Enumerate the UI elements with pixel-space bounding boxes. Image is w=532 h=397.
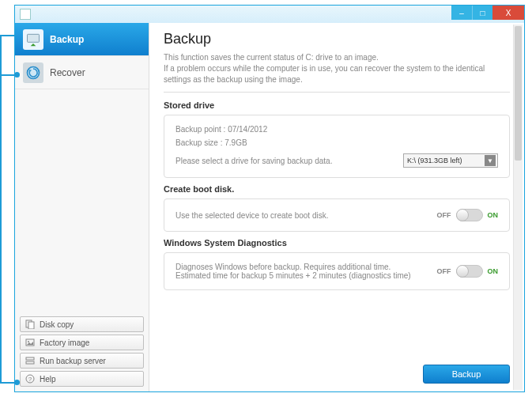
scrollbar-thumb[interactable]: [515, 26, 522, 161]
boot-disk-heading: Create boot disk.: [164, 184, 510, 194]
side-btn-label: Factory image: [40, 338, 89, 347]
help-icon: ?: [25, 374, 35, 384]
backup-button[interactable]: Backup: [423, 365, 510, 384]
drive-select[interactable]: K:\ (931.3GB left) ▼: [403, 153, 498, 168]
svg-rect-7: [26, 361, 34, 364]
page-description: This function saves the current status o…: [164, 52, 510, 93]
svg-point-5: [28, 341, 29, 342]
scrollbar[interactable]: [513, 25, 523, 390]
app-icon: [20, 9, 31, 20]
side-btn-label: Help: [40, 375, 56, 384]
callout-line: [0, 35, 16, 36]
toggle-on-label: ON: [488, 211, 499, 219]
server-icon: [25, 356, 35, 365]
disk-copy-button[interactable]: Disk copy: [20, 316, 144, 332]
close-button[interactable]: X: [492, 6, 524, 20]
minimize-button[interactable]: –: [451, 6, 472, 20]
titlebar: – □ X: [15, 6, 524, 23]
diagnostics-line: Estimated time for backup 5 minutes + 2 …: [175, 271, 411, 280]
callout-line: [0, 35, 2, 383]
diagnostics-heading: Windows System Diagnostics: [164, 238, 510, 248]
toggle-off-label: OFF: [437, 267, 451, 275]
sidebar-bottom-buttons: Disk copy Factory image Run backup serve…: [20, 316, 144, 387]
factory-image-button[interactable]: Factory image: [20, 335, 144, 350]
desc-line: If a problem occurs while the computer i…: [164, 64, 485, 84]
chevron-down-icon: ▼: [485, 155, 496, 166]
sidebar-item-backup[interactable]: Backup: [15, 23, 149, 56]
factory-image-icon: [25, 338, 35, 347]
drive-select-prompt: Please select a drive for saving backup …: [175, 157, 332, 165]
boot-disk-panel: Use the selected device to create boot d…: [164, 198, 510, 232]
toggle-knob: [456, 265, 469, 278]
disk-copy-icon: [25, 319, 35, 329]
desc-line: This function saves the current status o…: [164, 53, 379, 62]
side-btn-label: Disk copy: [40, 320, 74, 329]
run-backup-server-button[interactable]: Run backup server: [20, 353, 144, 369]
backup-point-value: Backup point : 07/14/2012: [175, 125, 498, 134]
diagnostics-toggle[interactable]: [456, 265, 483, 278]
toggle-on-label: ON: [488, 267, 499, 275]
svg-rect-3: [28, 322, 34, 329]
help-button[interactable]: ? Help: [20, 371, 144, 387]
sidebar: Backup Recover Disk copy: [15, 23, 149, 391]
toggle-knob: [456, 209, 469, 221]
boot-disk-text: Use the selected device to create boot d…: [175, 211, 328, 220]
sidebar-item-label: Recover: [50, 67, 85, 78]
side-btn-label: Run backup server: [40, 357, 106, 365]
callout-line: [0, 382, 16, 384]
backup-icon: [23, 29, 43, 50]
maximize-button[interactable]: □: [472, 6, 492, 20]
recover-icon: [23, 62, 43, 83]
main-panel: Backup This function saves the current s…: [149, 23, 524, 391]
stored-drive-panel: Backup point : 07/14/2012 Backup size : …: [164, 115, 510, 178]
svg-rect-0: [28, 34, 40, 42]
svg-text:?: ?: [28, 376, 32, 383]
callout-line: [0, 74, 16, 76]
stored-drive-heading: Stored drive: [164, 100, 510, 110]
sidebar-item-label: Backup: [50, 34, 84, 45]
backup-size-value: Backup size : 7.9GB: [175, 138, 498, 147]
window-controls: – □ X: [451, 6, 524, 20]
drive-select-value: K:\ (931.3GB left): [407, 157, 462, 164]
diagnostics-line: Diagnoses Windows before backup. Require…: [175, 263, 411, 271]
toggle-off-label: OFF: [437, 211, 451, 219]
boot-disk-toggle[interactable]: [456, 209, 483, 221]
sidebar-item-recover[interactable]: Recover: [15, 56, 149, 89]
app-window: – □ X Backup Recover: [14, 5, 525, 392]
page-title: Backup: [164, 31, 510, 47]
diagnostics-panel: Diagnoses Windows before backup. Require…: [164, 252, 510, 290]
svg-rect-6: [26, 357, 34, 360]
